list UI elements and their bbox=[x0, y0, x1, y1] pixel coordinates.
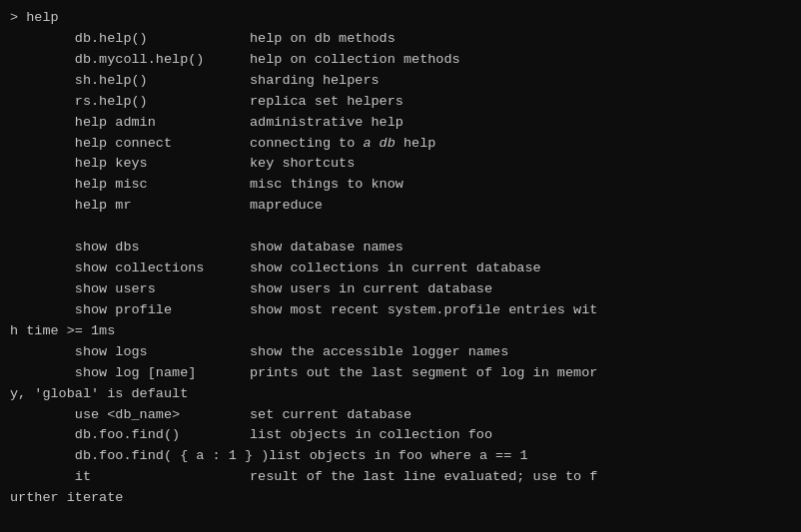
terminal-line: db.foo.find()list objects in collection … bbox=[10, 425, 791, 446]
terminal-line: use <db_name>set current database bbox=[10, 405, 791, 426]
terminal-line: urther iterate bbox=[10, 488, 791, 509]
line-command: db.mycoll.help() bbox=[10, 50, 250, 71]
terminal-line: help miscmisc things to know bbox=[10, 175, 791, 196]
line-description: prints out the last segment of log in me… bbox=[250, 363, 597, 384]
line-description: list objects in foo where a == 1 bbox=[269, 446, 527, 467]
line-description: sharding helpers bbox=[250, 71, 380, 92]
terminal-line: show log [name]prints out the last segme… bbox=[10, 363, 791, 384]
terminal-line: help keyskey shortcuts bbox=[10, 154, 791, 175]
terminal-line: help mrmapreduce bbox=[10, 196, 791, 217]
terminal-line: rs.help()replica set helpers bbox=[10, 92, 791, 113]
line-command: h time >= 1ms bbox=[10, 321, 250, 342]
terminal-line bbox=[10, 217, 791, 238]
line-description: help on db methods bbox=[250, 29, 396, 50]
terminal-line: y, 'global' is default bbox=[10, 384, 791, 405]
line-description: set current database bbox=[250, 405, 411, 426]
line-command: urther iterate bbox=[10, 488, 250, 509]
prompt-text: > help bbox=[10, 8, 59, 29]
terminal-line: db.mycoll.help()help on collection metho… bbox=[10, 50, 791, 71]
terminal-line: help adminadministrative help bbox=[10, 113, 791, 134]
line-description: show the accessible logger names bbox=[250, 342, 508, 363]
terminal-line: h time >= 1ms bbox=[10, 321, 791, 342]
line-description: help on collection methods bbox=[250, 50, 460, 71]
line-description: replica set helpers bbox=[250, 92, 403, 113]
line-description: show collections in current database bbox=[250, 259, 541, 279]
line-description: result of the last line evaluated; use t… bbox=[250, 467, 597, 488]
terminal-line: show dbsshow database names bbox=[10, 238, 791, 259]
terminal-window: > help db.help()help on db methods db.my… bbox=[10, 8, 791, 524]
line-command: y, 'global' is default bbox=[10, 384, 250, 405]
line-command: sh.help() bbox=[10, 71, 250, 92]
line-command: show log [name] bbox=[10, 363, 250, 384]
prompt-line: > help bbox=[10, 8, 791, 29]
line-description: show database names bbox=[250, 238, 403, 259]
terminal-line: db.foo.find( { a : 1 } )list objects in … bbox=[10, 446, 791, 467]
line-command: show profile bbox=[10, 300, 250, 321]
line-command: help mr bbox=[10, 196, 250, 217]
terminal-line: help connectconnecting to a db help bbox=[10, 134, 791, 155]
line-description: administrative help bbox=[250, 113, 403, 134]
line-command: it bbox=[10, 467, 250, 488]
terminal-line: sh.help()sharding helpers bbox=[10, 71, 791, 92]
line-description: mapreduce bbox=[250, 196, 323, 217]
line-description: key shortcuts bbox=[250, 154, 355, 175]
line-command: show logs bbox=[10, 342, 250, 363]
line-command: show collections bbox=[10, 259, 250, 279]
line-command: help misc bbox=[10, 175, 250, 196]
line-command: db.foo.find() bbox=[10, 425, 250, 446]
terminal-line: show profileshow most recent system.prof… bbox=[10, 300, 791, 321]
line-command: show users bbox=[10, 279, 250, 300]
line-command: show dbs bbox=[10, 238, 250, 259]
terminal-line: show collectionsshow collections in curr… bbox=[10, 259, 791, 279]
terminal-line: show logsshow the accessible logger name… bbox=[10, 342, 791, 363]
line-command: help admin bbox=[10, 113, 250, 134]
line-description: show users in current database bbox=[250, 279, 492, 300]
line-description: connecting to a db help bbox=[250, 134, 435, 155]
line-command: rs.help() bbox=[10, 92, 250, 113]
line-command: use <db_name> bbox=[10, 405, 250, 426]
line-command: help keys bbox=[10, 154, 250, 175]
line-command: db.foo.find( { a : 1 } ) bbox=[10, 446, 269, 467]
line-command: db.help() bbox=[10, 29, 250, 50]
terminal-line: itresult of the last line evaluated; use… bbox=[10, 467, 791, 488]
terminal-line: db.help()help on db methods bbox=[10, 29, 791, 50]
line-description: misc things to know bbox=[250, 175, 403, 196]
terminal-line: show usersshow users in current database bbox=[10, 279, 791, 300]
line-description: show most recent system.profile entries … bbox=[250, 300, 597, 321]
line-command: help connect bbox=[10, 134, 250, 155]
line-description: list objects in collection foo bbox=[250, 425, 492, 446]
